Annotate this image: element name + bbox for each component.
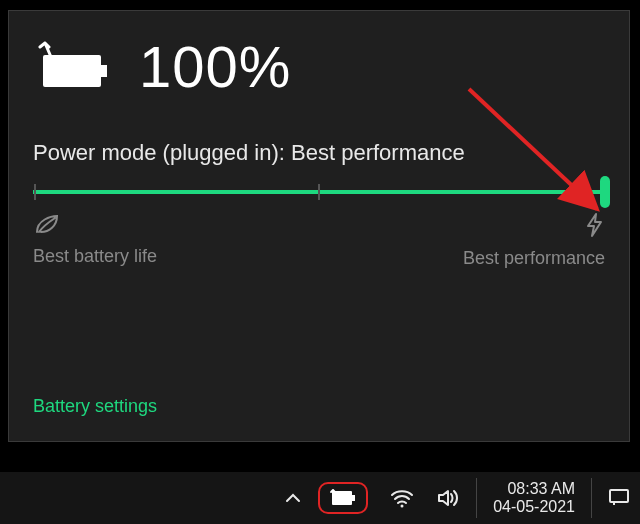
taskbar-separator	[591, 478, 592, 518]
slider-track	[33, 190, 605, 194]
battery-tray-icon[interactable]	[318, 482, 368, 514]
svg-rect-1	[101, 65, 107, 77]
slider-label-right: Best performance	[463, 212, 605, 269]
power-mode-slider[interactable]	[33, 190, 605, 194]
battery-charging-icon	[33, 41, 111, 93]
svg-rect-6	[610, 490, 628, 502]
svg-rect-0	[43, 55, 101, 87]
svg-rect-4	[352, 495, 355, 501]
slider-tick	[34, 184, 36, 200]
battery-settings-link[interactable]: Battery settings	[33, 396, 157, 417]
slider-thumb[interactable]	[600, 176, 610, 208]
battery-percent: 100%	[139, 33, 291, 100]
system-tray	[318, 482, 460, 514]
taskbar-separator	[476, 478, 477, 518]
svg-point-5	[401, 505, 404, 508]
battery-flyout: 100% Power mode (plugged in): Best perfo…	[8, 10, 630, 442]
power-mode-label: Power mode (plugged in): Best performanc…	[33, 140, 605, 166]
taskbar-date: 04-05-2021	[493, 498, 575, 516]
slider-labels: Best battery life Best performance	[33, 212, 605, 269]
slider-label-left-text: Best battery life	[33, 246, 157, 267]
tray-overflow-chevron-icon[interactable]	[284, 489, 302, 507]
taskbar-clock[interactable]: 08:33 AM 04-05-2021	[493, 480, 575, 517]
action-center-icon[interactable]	[608, 488, 630, 508]
leaf-icon	[33, 212, 157, 240]
volume-icon[interactable]	[436, 488, 460, 508]
taskbar: 08:33 AM 04-05-2021	[0, 472, 640, 524]
slider-label-left: Best battery life	[33, 212, 157, 267]
wifi-icon[interactable]	[390, 488, 414, 508]
taskbar-time: 08:33 AM	[507, 480, 575, 498]
slider-label-right-text: Best performance	[463, 248, 605, 269]
lightning-icon	[583, 212, 605, 242]
slider-tick	[318, 184, 320, 200]
battery-status-row: 100%	[33, 33, 605, 100]
